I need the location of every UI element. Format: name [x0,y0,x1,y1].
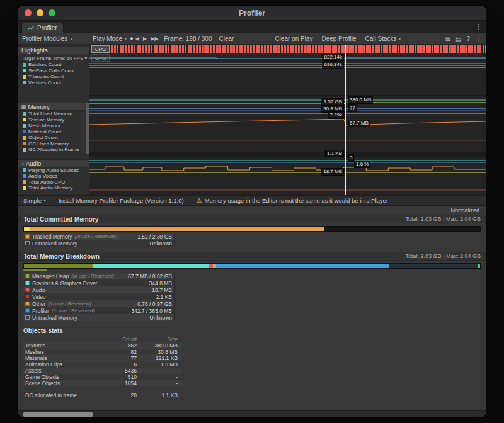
counter-total-used-memory[interactable]: Total Used Memory [18,111,89,117]
zoom-button[interactable] [49,9,55,16]
chevron-down-icon: ▾ [70,36,72,42]
table-row-materials[interactable]: Materials 77 121.1 KB [23,355,182,361]
toolbar-menu-icon[interactable]: ⋮ [475,35,481,42]
series-color-swatch [23,81,26,84]
play-mode-dropdown[interactable]: Play Mode ▾ [89,33,130,44]
table-header-row: Count Size [23,336,182,342]
counter-object-count[interactable]: Object Count [18,135,89,141]
counter-total-audio-cpu[interactable]: Total Audio CPU [18,179,89,186]
series-color-swatch [23,124,26,128]
counter-gc-allocated-in-frame[interactable]: GC Allocated in Frame [18,147,89,153]
counter-vertices-count[interactable]: Vertices Count [18,80,89,86]
chevron-down-icon: ▾ [43,198,46,203]
bar-segment [389,264,478,268]
bar-segment [24,264,93,268]
memory-sub-toolbar: Simple ▾ Install Memory Profiler Package… [18,195,486,206]
table-row-textures[interactable]: Textures 862 380.0 MB [23,342,182,349]
current-frame-button[interactable]: ▶▶ [149,36,160,42]
counter-total-audio-memory[interactable]: Total Audio Memory [18,185,89,191]
help-icon[interactable]: ? [466,35,470,42]
counter-audio-voices[interactable]: Audio Voices [18,173,89,179]
tab-profiler[interactable]: Profiler [21,23,64,33]
frame-counter: Frame: 198 / 300 [160,35,215,42]
tab-label: Profiler [37,25,57,31]
previous-frame-button[interactable]: ◀ [134,36,141,42]
deep-profile-toggle[interactable]: Deep Profile [321,35,356,42]
column-header-count: Count [102,336,137,342]
scrollbar-thumb[interactable] [23,412,93,417]
bar-segment [24,227,30,231]
counter-triangles-count[interactable]: Triangles Count [18,74,89,80]
legend-tracked-memory[interactable]: Tracked Memory (In use / Reserved) 1.52 … [23,233,174,240]
series-color-swatch [23,75,26,79]
playhead[interactable] [345,45,346,195]
target-frame-time-dropdown[interactable]: Target Frame Time: 60 FPS ▾ [18,54,89,62]
chart-marker: 822.14k [323,54,344,61]
call-stacks-dropdown[interactable]: Call Stacks ▾ [365,35,401,42]
module-header-audio[interactable]: ♪ Audio [18,159,89,167]
chart-marker: 380.0 MB [348,96,373,104]
table-row-assets[interactable]: Assets 5436 - [23,368,182,374]
counter-texture-memory[interactable]: Texture Memory [18,117,89,123]
window-title: Profiler [18,9,486,18]
manual-icon[interactable]: ▤ [455,35,461,42]
counter-gc-used-memory[interactable]: GC Used Memory [18,141,89,147]
series-color-swatch [23,118,26,121]
chart-marker: 5 [348,154,354,162]
chart-lines [89,45,486,195]
legend-other[interactable]: Other (In use / Reserved) 0.76 / 0.97 GB [23,300,174,307]
counter-playing-audio-sources[interactable]: Playing Audio Sources [18,167,89,174]
chart-marker: 67.7 MB [348,120,370,127]
memory-breakdown-bar [23,263,481,269]
profiler-main: Highlights Target Frame Time: 60 FPS ▾ B… [18,45,486,195]
profiler-modules-dropdown[interactable]: Profiler Modules ▾ [18,33,89,44]
clear-on-play-toggle[interactable]: Clear on Play [275,35,312,42]
series-color-swatch [23,168,26,172]
close-button[interactable] [25,9,32,16]
table-row-scene-objects[interactable]: Scene Objects 1854 - [23,380,182,386]
chart-marker: 18.7 MB [321,168,344,176]
layout-icon[interactable]: ⊞ [445,35,450,42]
next-frame-button[interactable]: ▶ [141,36,149,42]
legend-audio[interactable]: Audio 18.7 MB [23,286,174,293]
minimize-button[interactable] [37,9,43,16]
chart-area[interactable]: CPU GPU 822.14k [89,45,486,195]
legend-untracked-memory[interactable]: Untracked Memory Unknown [23,314,174,321]
counter-batches-count[interactable]: Batches Count [18,62,89,68]
section-totals: Total: 2.03 GB | Max: 2.04 GB [406,216,481,222]
legend-video[interactable]: Video 2.1 KB [23,293,174,300]
legend-color-swatch [25,315,30,320]
tab-menu-icon[interactable]: ⋮ [475,23,482,31]
normalized-toggle[interactable]: Normalized [450,207,479,213]
section-totals: Total: 2.03 GB | Max: 2.04 GB [406,253,481,259]
legend-color-swatch [25,234,30,239]
module-header-highlights[interactable]: Highlights [18,46,89,54]
bar-segment [216,264,389,268]
legend-untracked-memory[interactable]: Untracked Memory Unknown [23,240,174,247]
chevron-down-icon: ▾ [124,36,127,42]
table-row-animation-clips[interactable]: Animation Clips 6 1.0 MB [23,361,182,368]
counter-mesh-memory[interactable]: Mesh Memory [18,123,89,129]
simple-view-dropdown[interactable]: Simple ▾ [23,197,46,204]
bar-segment [93,264,209,268]
bar-segment [23,269,47,271]
clear-button[interactable]: Clear [215,33,237,44]
counter-setpass-calls-count[interactable]: SetPass Calls Count [18,68,89,74]
table-row-gc-allocated[interactable]: GC allocated in frame 20 1.1 KB [23,392,182,398]
legend-managed-heap[interactable]: Managed Heap (In use / Reserved) 67.7 MB… [23,273,174,279]
counter-material-count[interactable]: Material Count [18,129,89,135]
memory-module-icon: ▦ [21,104,26,110]
profiler-window: Profiler Profiler ⋮ Profiler Modules ▾ P… [18,5,486,418]
horizontal-scrollbar[interactable] [18,410,486,417]
table-row-game-objects[interactable]: Game Objects 510 - [23,374,182,380]
legend-profiler[interactable]: Profiler (In use / Reserved) 342.7 / 363… [23,307,174,314]
module-sidebar: Highlights Target Frame Time: 60 FPS ▾ B… [18,45,89,195]
install-memory-profiler-button[interactable]: Install Memory Profiler Package (Version… [59,197,184,204]
module-header-memory[interactable]: ▦ Memory [18,103,89,111]
chevron-down-icon: ▾ [84,55,87,61]
table-row-meshes[interactable]: Meshes 82 30.8 MB [23,349,182,355]
legend-graphics[interactable]: Graphics & Graphics Driver 344.8 MB [23,279,174,286]
tab-bar: Profiler ⋮ [18,21,486,33]
sidebar-scrollbar[interactable] [86,103,89,154]
warning-text: Memory usage in the Editor is not the sa… [205,197,388,204]
